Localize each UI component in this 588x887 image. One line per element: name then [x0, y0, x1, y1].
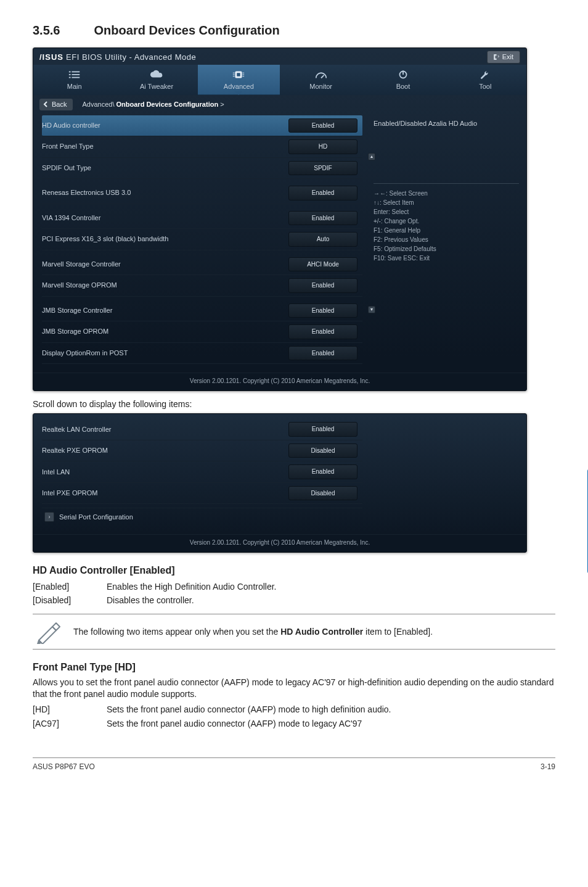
setting-label: Front Panel Type: [42, 142, 94, 151]
setting-label: VIA 1394 Controller: [42, 213, 100, 223]
bios-setting-row[interactable]: Realtek LAN ControllerEnabled: [42, 419, 362, 440]
setting-value[interactable]: Enabled: [288, 118, 357, 133]
bios-setting-row[interactable]: PCI Express X16_3 slot (black) bandwidth…: [42, 229, 362, 250]
bios-setting-row[interactable]: Realtek PXE OPROMDisabled: [42, 440, 362, 462]
setting-label: JMB Storage OPROM: [42, 327, 108, 336]
breadcrumb-post: >: [218, 101, 224, 108]
bios-setting-row[interactable]: Renesas Electronics USB 3.0Enabled: [42, 183, 362, 204]
option-row: [AC97] Sets the front panel audio connec…: [33, 717, 391, 731]
bios-setting-row[interactable]: Marvell Storage ControllerAHCI Mode: [42, 254, 362, 276]
back-arrow-icon: [43, 101, 49, 107]
frontpanel-desc: Allows you to set the front panel audio …: [33, 677, 555, 700]
scroll-down-icon[interactable]: ▾: [368, 306, 375, 313]
breadcrumb: Advanced\ Onboard Devices Configuration …: [82, 100, 224, 109]
key-help-line: +/-: Change Opt.: [374, 217, 519, 226]
list-icon: [68, 70, 81, 80]
setting-label: Marvell Storage Controller: [42, 260, 121, 269]
setting-value[interactable]: Enabled: [288, 464, 357, 479]
bios-settings-list-2: Realtek LAN ControllerEnabledRealtek PXE…: [33, 414, 367, 534]
bios-setting-row[interactable]: Intel LANEnabled: [42, 461, 362, 483]
cloud-icon: [150, 70, 163, 80]
setting-value[interactable]: Enabled: [288, 324, 357, 339]
serial-port-label: Serial Port Configuration: [59, 513, 133, 522]
page-footer: ASUS P8P67 EVO 3-19: [33, 757, 555, 772]
note-text: The following two items appear only when…: [73, 626, 433, 638]
serial-port-config-row[interactable]: › Serial Port Configuration: [42, 508, 362, 526]
footer-right: 3-19: [541, 762, 555, 772]
setting-label: Marvell Storage OPROM: [42, 281, 117, 290]
bios-setting-row[interactable]: JMB Storage ControllerEnabled: [42, 300, 362, 322]
bios-setting-row[interactable]: HD Audio controllerEnabled: [42, 115, 362, 137]
scroll-up-icon[interactable]: ▴: [368, 153, 375, 160]
option-row: [Enabled] Enables the High Definition Au…: [33, 580, 277, 594]
svg-rect-0: [68, 71, 70, 72]
setting-label: Realtek PXE OPROM: [42, 446, 108, 455]
back-button[interactable]: Back: [39, 99, 73, 110]
option-key: [AC97]: [33, 717, 107, 731]
bios-scrollbar[interactable]: ▴ ▾: [369, 153, 375, 313]
setting-value[interactable]: Auto: [288, 232, 357, 247]
help-text: Enabled/Disabled Azalia HD Audio: [374, 119, 519, 128]
option-desc: Enables the High Definition Audio Contro…: [107, 580, 277, 594]
breadcrumb-bold: Onboard Devices Configuration: [116, 101, 219, 108]
gauge-icon: [314, 70, 328, 80]
tab-main[interactable]: Main: [33, 65, 115, 95]
pen-icon: [35, 619, 62, 644]
tab-tool[interactable]: Tool: [444, 65, 526, 95]
tab-boot[interactable]: Boot: [362, 65, 444, 95]
bios-title: /ISUS EFI BIOS Utility - Advanced Mode: [39, 52, 196, 63]
setting-value[interactable]: Enabled: [288, 278, 357, 293]
chip-icon: [232, 70, 245, 80]
bios-copyright: Version 2.00.1201. Copyright (C) 2010 Am…: [33, 373, 526, 390]
exit-button[interactable]: Exit: [487, 51, 520, 64]
bios-setting-row[interactable]: Front Panel TypeHD: [42, 136, 362, 158]
setting-label: PCI Express X16_3 slot (black) bandwidth: [42, 234, 168, 244]
bios-help-panel: Enabled/Disabled Azalia HD Audio →←: Sel…: [367, 114, 526, 373]
bios-setting-row[interactable]: Intel PXE OPROMDisabled: [42, 483, 362, 505]
back-label: Back: [52, 100, 67, 109]
bios-setting-row[interactable]: Display OptionRom in POSTEnabled: [42, 343, 362, 365]
tab-label: Boot: [396, 83, 410, 90]
bios-setting-row[interactable]: Marvell Storage OPROMEnabled: [42, 275, 362, 297]
tab-label: Advanced: [224, 83, 254, 90]
setting-value[interactable]: Enabled: [288, 211, 357, 226]
tab-label: Ai Tweaker: [140, 83, 173, 90]
bios-setting-row[interactable]: SPDIF Out TypeSPDIF: [42, 158, 362, 179]
bios-setting-row[interactable]: VIA 1394 ControllerEnabled: [42, 208, 362, 229]
setting-value[interactable]: Disabled: [288, 444, 357, 458]
tab-label: Tool: [479, 83, 491, 90]
note-pre: The following two items appear only when…: [73, 627, 280, 637]
setting-label: JMB Storage Controller: [42, 306, 112, 315]
setting-value[interactable]: HD: [288, 139, 357, 154]
key-help-line: Enter: Select: [374, 207, 519, 217]
key-help-line: F5: Optimized Defaults: [374, 244, 519, 254]
svg-rect-5: [71, 77, 80, 78]
tab-monitor[interactable]: Monitor: [280, 65, 362, 95]
setting-value[interactable]: SPDIF: [288, 161, 357, 176]
power-icon: [396, 70, 410, 80]
svg-rect-4: [68, 77, 70, 78]
setting-value[interactable]: Enabled: [288, 422, 357, 437]
setting-value[interactable]: Enabled: [288, 186, 357, 200]
svg-rect-3: [71, 74, 80, 75]
key-help: →←: Select Screen↑↓: Select ItemEnter: S…: [374, 183, 519, 263]
setting-label: Realtek LAN Controller: [42, 425, 112, 434]
setting-value[interactable]: AHCI Mode: [288, 257, 357, 272]
setting-value[interactable]: Enabled: [288, 346, 357, 361]
setting-value[interactable]: Enabled: [288, 303, 357, 318]
exit-icon: [492, 54, 499, 60]
hdaudio-option-list: [Enabled] Enables the High Definition Au…: [33, 580, 277, 608]
tab-ai-tweaker[interactable]: Ai Tweaker: [115, 65, 197, 95]
note-box: The following two items appear only when…: [33, 614, 555, 650]
tab-advanced[interactable]: Advanced: [198, 65, 280, 95]
wrench-icon: [478, 70, 492, 80]
bios-setting-row[interactable]: JMB Storage OPROMEnabled: [42, 321, 362, 343]
bios-tab-row: Main Ai Tweaker Advanced Monitor Boot To…: [33, 65, 526, 95]
footer-left: ASUS P8P67 EVO: [33, 762, 95, 772]
key-help-line: →←: Select Screen: [374, 189, 519, 198]
setting-value[interactable]: Disabled: [288, 486, 357, 501]
svg-line-14: [321, 75, 324, 78]
exit-label: Exit: [502, 52, 513, 62]
option-desc: Disables the controller.: [107, 593, 277, 608]
bios-back-bar: Back Advanced\ Onboard Devices Configura…: [33, 95, 526, 114]
